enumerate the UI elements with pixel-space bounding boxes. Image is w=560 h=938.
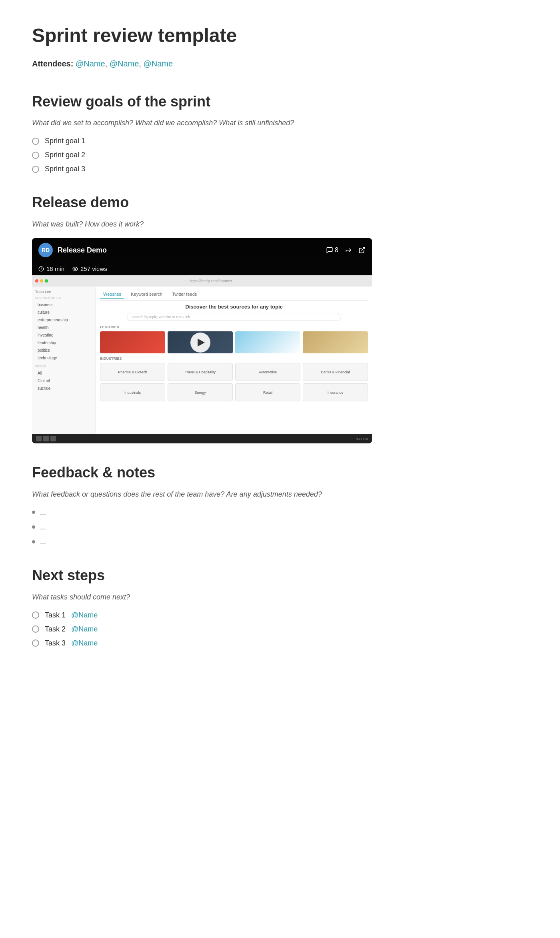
share-button[interactable] bbox=[345, 247, 352, 254]
section-feedback: Feedback & notes What feedback or questi… bbox=[32, 463, 528, 546]
taskbar-left bbox=[36, 436, 56, 441]
task-checkbox-1[interactable] bbox=[32, 611, 39, 619]
attendee-3[interactable]: @Name bbox=[143, 59, 173, 68]
video-views: 257 views bbox=[72, 265, 107, 272]
feedback-text-2: ... bbox=[40, 523, 46, 531]
external-link-icon bbox=[358, 247, 366, 254]
sidebar-item-leadership[interactable]: leadership bbox=[35, 339, 92, 346]
svg-point-2 bbox=[74, 268, 76, 270]
discover-title: Discover the best sources for any topic bbox=[100, 304, 368, 310]
browser-maximize-dot bbox=[45, 279, 48, 283]
industry-pharma: Pharma & Biotech bbox=[100, 363, 165, 381]
external-link-button[interactable] bbox=[358, 247, 366, 254]
attendees-label: Attendees: bbox=[32, 59, 73, 68]
sprint-goal-1[interactable]: Sprint goal 1 bbox=[32, 137, 528, 145]
sprint-goal-3[interactable]: Sprint goal 3 bbox=[32, 165, 528, 173]
industry-energy: Energy bbox=[168, 383, 233, 401]
browser-tabs: Websites Keyword search Twitter feeds bbox=[100, 291, 368, 301]
industries-grid: Pharma & Biotech Travel & Hospitality Au… bbox=[100, 363, 368, 401]
tab-twitter-feeds[interactable]: Twitter feeds bbox=[169, 291, 200, 299]
taskbar-icon-2 bbox=[43, 436, 49, 441]
play-button[interactable] bbox=[190, 333, 210, 353]
video-duration: 18 min bbox=[38, 265, 64, 272]
sidebar-item-investing[interactable]: investing bbox=[35, 332, 92, 339]
bullet-dot-3 bbox=[32, 540, 35, 543]
feedback-item-1[interactable]: ... bbox=[32, 508, 528, 517]
attendee-1[interactable]: @Name bbox=[76, 59, 105, 68]
sidebar-item-technology[interactable]: technology bbox=[35, 355, 92, 361]
featured-card-2 bbox=[168, 331, 233, 353]
sidebar-item-all[interactable]: All bbox=[35, 370, 92, 377]
goal-label-1: Sprint goal 1 bbox=[45, 137, 85, 145]
task-checkbox-2[interactable] bbox=[32, 625, 39, 633]
industry-banking: Banks & Financial bbox=[303, 363, 368, 381]
tab-keyword-search[interactable]: Keyword search bbox=[128, 291, 166, 299]
tasks-list: Task 1 @Name Task 2 @Name Task 3 @Name bbox=[32, 611, 528, 647]
featured-label: FEATURED bbox=[100, 325, 368, 329]
sidebar-item-health[interactable]: health bbox=[35, 324, 92, 331]
task-1[interactable]: Task 1 @Name bbox=[32, 611, 528, 619]
taskbar-icon-1 bbox=[36, 436, 42, 441]
browser-sidebar: Train Lee LOG PRIORITIES business cultur… bbox=[32, 287, 96, 434]
release-demo-subtitle: What was built? How does it work? bbox=[32, 220, 528, 228]
sidebar-item-culture[interactable]: culture bbox=[35, 309, 92, 316]
sidebar-item-business[interactable]: business bbox=[35, 301, 92, 308]
feedback-item-2[interactable]: ... bbox=[32, 523, 528, 531]
sprint-goal-2[interactable]: Sprint goal 2 bbox=[32, 151, 528, 159]
eye-icon bbox=[72, 266, 78, 272]
review-goals-subtitle: What did we set to accomplish? What did … bbox=[32, 119, 528, 127]
taskbar-time: 4:17 PM bbox=[356, 437, 368, 441]
section-review-goals: Review goals of the sprint What did we s… bbox=[32, 92, 528, 174]
play-icon bbox=[198, 339, 205, 347]
goal-checkbox-1[interactable] bbox=[32, 138, 39, 145]
sidebar-user: Train Lee bbox=[35, 290, 92, 294]
task-checkbox-3[interactable] bbox=[32, 639, 39, 647]
attendee-2[interactable]: @Name bbox=[110, 59, 139, 68]
goal-label-3: Sprint goal 3 bbox=[45, 165, 85, 173]
browser-url: https://feedly.com/discover bbox=[53, 279, 369, 283]
task-assignee-2[interactable]: @Name bbox=[71, 625, 98, 633]
attendees-line: Attendees: @Name, @Name, @Name bbox=[32, 59, 528, 68]
video-actions: 8 bbox=[326, 247, 366, 254]
feedback-text-1: ... bbox=[40, 508, 46, 517]
task-2[interactable]: Task 2 @Name bbox=[32, 625, 528, 633]
video-screenshot[interactable]: https://feedly.com/discover Train Lee LO… bbox=[32, 275, 372, 443]
featured-card-1 bbox=[100, 331, 165, 353]
browser-bar: https://feedly.com/discover bbox=[32, 275, 372, 287]
comment-button[interactable]: 8 bbox=[326, 247, 338, 254]
feedback-item-3[interactable]: ... bbox=[32, 538, 528, 546]
video-avatar: RD bbox=[38, 243, 53, 257]
section-next-steps: Next steps What tasks should come next? … bbox=[32, 566, 528, 647]
browser-content-area: Train Lee LOG PRIORITIES business cultur… bbox=[32, 287, 372, 434]
sidebar-item-clot-oil[interactable]: Clot oil bbox=[35, 377, 92, 384]
sprint-goals-list: Sprint goal 1 Sprint goal 2 Sprint goal … bbox=[32, 137, 528, 173]
taskbar-icon-3 bbox=[50, 436, 56, 441]
next-steps-subtitle: What tasks should come next? bbox=[32, 593, 528, 601]
tab-websites[interactable]: Websites bbox=[100, 291, 124, 299]
goal-checkbox-2[interactable] bbox=[32, 152, 39, 159]
task-assignee-1[interactable]: @Name bbox=[71, 611, 98, 619]
task-label-3: Task 3 bbox=[45, 639, 66, 647]
page-title: Sprint review template bbox=[32, 24, 528, 47]
discover-search[interactable]: Search by topic, website or RSS link bbox=[127, 313, 341, 321]
industries-label: INDUSTRIES bbox=[100, 357, 368, 361]
feedback-text-3: ... bbox=[40, 538, 46, 546]
svg-line-0 bbox=[362, 247, 365, 251]
browser-mockup: https://feedly.com/discover Train Lee LO… bbox=[32, 275, 372, 443]
video-title-row: RD Release Demo bbox=[38, 243, 107, 257]
goal-checkbox-3[interactable] bbox=[32, 166, 39, 173]
feedback-subtitle: What feedback or questions does the rest… bbox=[32, 490, 528, 499]
sidebar-item-sucrale[interactable]: sucrale bbox=[35, 385, 92, 392]
feedback-list: ... ... ... bbox=[32, 508, 528, 546]
task-3[interactable]: Task 3 @Name bbox=[32, 639, 528, 647]
sidebar-item-politics[interactable]: politics bbox=[35, 347, 92, 354]
goal-label-2: Sprint goal 2 bbox=[45, 151, 85, 159]
task-assignee-3[interactable]: @Name bbox=[71, 639, 98, 647]
featured-grid bbox=[100, 331, 368, 353]
featured-card-3 bbox=[235, 331, 300, 353]
video-meta: 18 min 257 views bbox=[32, 262, 372, 275]
sidebar-item-entrepreneurship[interactable]: entrepreneurship bbox=[35, 317, 92, 323]
sidebar-feeds-label: FEEDS bbox=[35, 365, 92, 368]
industry-industrials: Industrials bbox=[100, 383, 165, 401]
video-embed[interactable]: RD Release Demo 8 bbox=[32, 238, 372, 443]
